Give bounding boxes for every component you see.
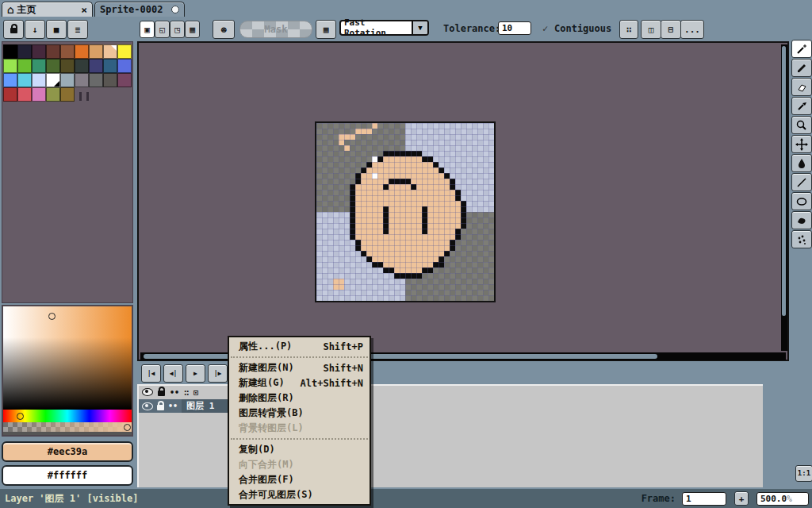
context-menu-item[interactable]: 合并图层(F) xyxy=(229,472,370,487)
selection-intersect-button[interactable]: ▦ xyxy=(185,21,200,38)
layer-visible-eye-icon[interactable] xyxy=(142,402,153,410)
eye-icon[interactable] xyxy=(142,388,153,396)
grid-button[interactable]: ▦ xyxy=(316,20,336,39)
palette-swatch[interactable] xyxy=(32,73,46,87)
vertical-symmetry-button[interactable]: ◫ xyxy=(641,20,661,39)
palette-swatch[interactable] xyxy=(103,44,117,59)
onion-skin-icon[interactable]: •• xyxy=(170,388,179,397)
layer-onion-icon[interactable]: •• xyxy=(168,402,178,410)
palette-swatch[interactable] xyxy=(60,44,75,59)
sv-marker-icon[interactable] xyxy=(48,313,56,320)
palette-swatch[interactable] xyxy=(117,73,132,87)
selection-replace-button[interactable]: ▣ xyxy=(140,21,155,38)
tab-home[interactable]: ⌂ 主页 × xyxy=(2,2,93,17)
background-color-button[interactable]: #ffffff xyxy=(2,465,133,486)
hue-slider[interactable] xyxy=(3,410,132,422)
canvas-h-scrollbar-thumb[interactable] xyxy=(144,354,657,359)
lock-icon[interactable] xyxy=(158,391,165,396)
palette-swatch[interactable] xyxy=(117,59,132,73)
context-menu-item[interactable]: 合并可见图层(S) xyxy=(229,487,370,502)
palette-swatch[interactable] xyxy=(103,59,117,73)
palette-swatch[interactable] xyxy=(60,59,75,73)
context-menu-item[interactable]: 复制(D) xyxy=(229,442,370,457)
one-to-one-zoom-button[interactable]: 1:1 xyxy=(795,465,812,482)
ellipse-tool-button[interactable] xyxy=(791,192,812,210)
frame-input[interactable]: 1 xyxy=(682,492,726,506)
context-menu-item[interactable]: 删除图层(R) xyxy=(229,391,370,406)
palette-swatch[interactable] xyxy=(17,44,32,59)
palette-sort-button[interactable]: ↓ xyxy=(25,20,45,39)
tab-sprite-0002[interactable]: Sprite-0002 xyxy=(94,2,185,17)
palette-swatch[interactable] xyxy=(46,73,60,87)
palette-resize-handle[interactable] xyxy=(79,92,89,101)
rotation-algorithm-select[interactable]: Fast Rotation ▼ xyxy=(339,20,429,36)
palette-swatch[interactable] xyxy=(60,87,75,102)
selection-subtract-button[interactable]: ◳ xyxy=(170,21,185,38)
jumble-tool-button[interactable] xyxy=(791,230,812,248)
duplicate-layer-icon[interactable]: ⊡ xyxy=(193,388,198,397)
tolerance-input[interactable]: 10 xyxy=(498,21,531,35)
selection-add-button[interactable]: ◱ xyxy=(155,21,170,38)
palette-swatch[interactable] xyxy=(32,44,46,59)
context-menu-item[interactable]: 新建图层(N)Shift+N xyxy=(229,360,370,375)
contiguous-check-icon[interactable]: ✓ xyxy=(542,23,548,34)
palette-swatch[interactable] xyxy=(3,44,17,59)
more-options-button[interactable]: ... xyxy=(680,20,704,39)
prev-frame-button[interactable]: ◀| xyxy=(163,364,183,383)
context-menu-item[interactable]: 新建组(G)Alt+Shift+N xyxy=(229,375,370,391)
contour-tool-button[interactable] xyxy=(791,211,812,229)
pencil-tool-button[interactable] xyxy=(791,59,812,77)
palette-swatch[interactable] xyxy=(46,44,60,59)
close-icon[interactable]: × xyxy=(81,4,87,16)
palette-swatch[interactable] xyxy=(32,59,46,73)
palette-swatch[interactable] xyxy=(3,59,17,73)
palette-lock-button[interactable] xyxy=(3,20,24,39)
move-tool-button[interactable] xyxy=(791,135,812,153)
palette-presets-button[interactable]: ■ xyxy=(46,20,67,39)
magic-wand-options-button[interactable]: ⊛ xyxy=(213,20,235,39)
zoom-input[interactable]: 500.0 % xyxy=(756,492,809,506)
hue-marker-icon[interactable] xyxy=(17,413,24,420)
palette-swatch[interactable] xyxy=(89,44,103,59)
frame-plus-button[interactable]: + xyxy=(734,491,749,506)
alpha-slider[interactable] xyxy=(3,422,132,432)
saturation-value-box[interactable] xyxy=(3,306,132,410)
color-palette[interactable] xyxy=(3,44,132,102)
palette-swatch[interactable] xyxy=(3,87,17,102)
palette-swatch[interactable] xyxy=(103,73,117,87)
continuous-icon[interactable]: ∷ xyxy=(184,388,189,397)
canvas-v-scrollbar-thumb[interactable] xyxy=(782,46,786,316)
palette-swatch[interactable] xyxy=(3,73,17,87)
sprite-canvas[interactable] xyxy=(316,123,494,301)
first-frame-button[interactable]: |◀ xyxy=(141,364,161,383)
palette-swatch[interactable] xyxy=(75,73,89,87)
palette-swatch[interactable] xyxy=(89,59,103,73)
eyedropper-tool-button[interactable] xyxy=(791,97,812,115)
line-tool-button[interactable] xyxy=(791,173,812,191)
palette-swatch[interactable] xyxy=(46,59,60,73)
context-menu-item[interactable]: 图层转背景(B) xyxy=(229,406,370,421)
layer-lock-icon[interactable] xyxy=(157,405,164,410)
palette-swatch[interactable] xyxy=(75,44,89,59)
context-menu-item[interactable]: 属性...(P)Shift+P xyxy=(229,339,370,354)
palette-swatch[interactable] xyxy=(17,73,32,87)
foreground-color-button[interactable]: #eec39a xyxy=(2,441,133,462)
paint-bucket-tool-button[interactable] xyxy=(791,154,812,172)
palette-swatch[interactable] xyxy=(46,87,60,102)
horizontal-symmetry-button[interactable]: ⊟ xyxy=(661,20,681,39)
play-button[interactable]: ▶ xyxy=(186,364,205,383)
pixel-art[interactable] xyxy=(316,123,494,290)
contiguous-label[interactable]: Contiguous xyxy=(554,23,611,34)
palette-options-button[interactable]: ≡ xyxy=(67,20,88,39)
magic-wand-tool-button[interactable] xyxy=(791,40,812,58)
alpha-marker-icon[interactable] xyxy=(124,424,131,431)
palette-swatch[interactable] xyxy=(60,73,75,87)
palette-swatch[interactable] xyxy=(89,73,103,87)
palette-swatch[interactable] xyxy=(17,59,32,73)
palette-swatch[interactable] xyxy=(75,59,89,73)
chevron-down-icon[interactable]: ▼ xyxy=(412,21,427,34)
zoom-tool-button[interactable] xyxy=(791,116,812,134)
symmetry-options-button[interactable]: ∷ xyxy=(619,20,638,39)
palette-swatch[interactable] xyxy=(32,87,46,102)
palette-swatch[interactable] xyxy=(17,87,32,102)
